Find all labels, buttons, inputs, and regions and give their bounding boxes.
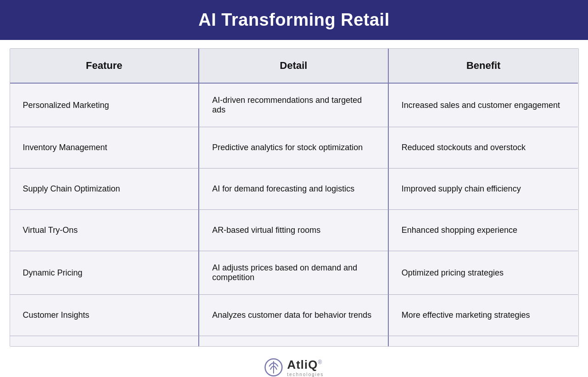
col-header-detail: Detail — [199, 49, 389, 84]
page-header: AI Transforming Retail — [0, 0, 588, 40]
table-row: AI for demand forecasting and logistics — [199, 169, 389, 210]
table-row: Personalized Marketing — [10, 84, 200, 127]
main-table: Feature Detail Benefit Personalized Mark… — [10, 48, 579, 347]
logo: AtliQ® technologies — [264, 358, 324, 377]
atliq-logo-icon — [264, 358, 283, 377]
logo-subtitle: technologies — [287, 372, 324, 377]
table-row: Optimized pricing strategies — [389, 251, 578, 295]
table-row: Predictive analytics for stock optimizat… — [199, 127, 389, 169]
table-row: Reduced stockouts and overstock — [389, 127, 578, 169]
table-row: Increased sales and customer engagement — [389, 84, 578, 127]
table-row: AI adjusts prices based on demand and co… — [199, 251, 389, 295]
logo-name: AtliQ® — [287, 358, 322, 372]
col-header-feature: Feature — [10, 49, 200, 84]
table-row: AR-based virtual fitting rooms — [199, 210, 389, 251]
footer: AtliQ® technologies — [264, 358, 324, 377]
page-title: AI Transforming Retail — [0, 10, 588, 30]
table-row: Improved supply chain efficiency — [389, 169, 578, 210]
spacer-row — [389, 336, 578, 347]
table-row: Supply Chain Optimization — [10, 169, 200, 210]
table-row: Analyzes customer data for behavior tren… — [199, 295, 389, 336]
table-row: Enhanced shopping experience — [389, 210, 578, 251]
table-row: Dynamic Pricing — [10, 251, 200, 295]
logo-text: AtliQ® technologies — [287, 358, 324, 377]
table-row: More effective marketing strategies — [389, 295, 578, 336]
table-grid: Feature Detail Benefit Personalized Mark… — [10, 49, 578, 347]
spacer-row — [199, 336, 389, 347]
table-row: Customer Insights — [10, 295, 200, 336]
table-row: Virtual Try-Ons — [10, 210, 200, 251]
col-header-benefit: Benefit — [389, 49, 578, 84]
spacer-row — [10, 336, 200, 347]
table-row: Inventory Management — [10, 127, 200, 169]
table-row: AI-driven recommendations and targeted a… — [199, 84, 389, 127]
